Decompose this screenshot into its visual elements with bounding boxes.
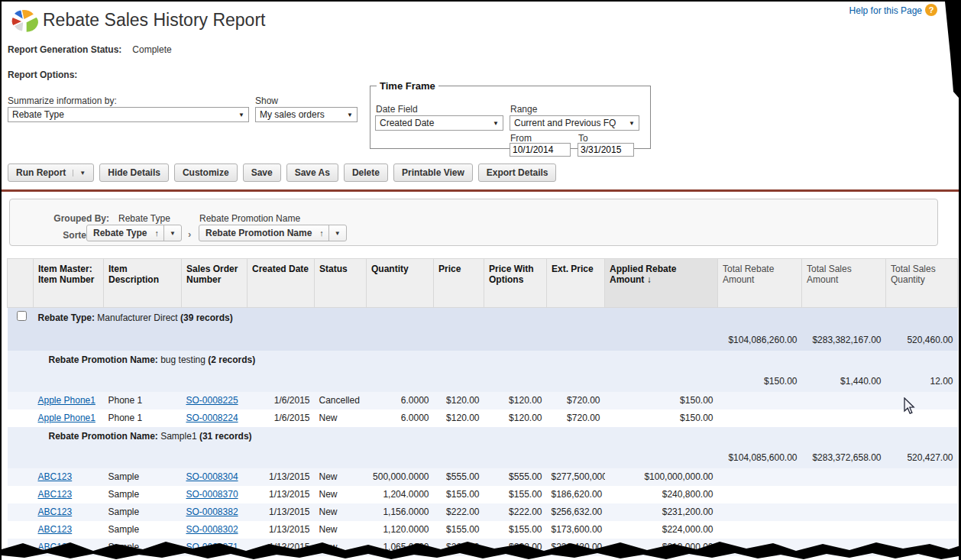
printable-view-button[interactable]: Printable View [393, 163, 473, 182]
cell-total_sales [802, 486, 886, 503]
cell-rebate: $231,200.00 [605, 503, 718, 521]
item-master-link[interactable]: ABC123 [38, 507, 73, 517]
range-label: Range [510, 104, 537, 115]
cell-total_rebate [718, 392, 802, 409]
cell-total_qty: 520,427.00 [886, 445, 958, 468]
cell-pwo: $120.00 [484, 392, 547, 409]
delete-button[interactable]: Delete [344, 163, 388, 182]
sort-button-rebate-promotion-name[interactable]: Rebate Promotion Name ↑ ▼ [199, 225, 347, 241]
date-field-select[interactable]: Created Date▼ [375, 115, 503, 131]
group-record-count: (31 records) [199, 431, 252, 442]
sales-order-link[interactable]: SO-0008304 [186, 471, 238, 482]
sales-order-link[interactable]: SO-0008382 [186, 507, 238, 517]
cell-item: Apple Phone1 [34, 409, 104, 427]
sales-order-link[interactable]: SO-0008302 [186, 524, 238, 535]
group-label: Rebate Type: [38, 312, 95, 323]
summarize-select[interactable]: Rebate Type▼ [8, 107, 249, 122]
sales-order-link[interactable]: SO-0008225 [186, 395, 238, 406]
cell-total_qty [886, 409, 958, 427]
item-master-link[interactable]: ABC123 [38, 471, 73, 482]
button-label: Hide Details [108, 167, 160, 178]
cell-total_sales: $283,372,658.00 [802, 445, 886, 468]
report-pie-icon [9, 8, 40, 38]
button-label: Delete [352, 167, 380, 178]
button-label: Export Details [487, 167, 548, 178]
cell-date: 1/13/2015 [248, 521, 315, 539]
run-report-button[interactable]: Run Report▼ [8, 163, 94, 182]
cell-pwo: $555.00 [484, 468, 547, 486]
sort-button-label: Rebate Promotion Name [199, 228, 318, 238]
cell-date: 1/13/2015 [248, 503, 315, 521]
help-icon[interactable]: ? [925, 4, 937, 16]
column-header-total-rebate-amount[interactable]: Total Rebate Amount [718, 259, 802, 308]
chevron-down-icon: ▼ [347, 112, 353, 118]
range-select[interactable]: Current and Previous FQ▼ [510, 115, 639, 131]
cell-so: SO-0008370 [182, 486, 248, 503]
chevron-down-icon[interactable]: ▼ [163, 225, 181, 241]
item-master-link[interactable]: ABC123 [38, 489, 73, 500]
sort-button-rebate-type[interactable]: Rebate Type ↑ ▼ [86, 225, 182, 241]
item-master-link[interactable]: Apple Phone1 [38, 413, 95, 423]
group-value: Manufacturer Direct [95, 312, 180, 323]
from-date-input[interactable] [510, 143, 571, 157]
chevron-down-icon[interactable]: ▼ [73, 170, 86, 176]
table-row: ABC123SampleSO-00083021/13/2015New1,120.… [8, 521, 958, 539]
show-select[interactable]: My sales orders▼ [255, 107, 358, 122]
cell-qty: 1,120.0000 [367, 521, 434, 539]
column-header-created-date[interactable]: Created Date [248, 259, 315, 308]
cell-status: Cancelled [315, 392, 367, 409]
cell-rebate: $240,800.00 [605, 486, 718, 503]
item-master-link[interactable]: Apple Phone1 [38, 395, 95, 406]
cell-item: ABC123 [34, 468, 104, 486]
cell-total_sales [802, 503, 886, 521]
group-checkbox[interactable] [17, 311, 27, 321]
column-header-price[interactable]: Price [434, 259, 484, 308]
cell-date: 1/13/2015 [248, 486, 315, 503]
group-row-rebate-promotion-name: Rebate Promotion Name: Sample1 (31 recor… [8, 427, 958, 445]
column-header-item-master-item-number[interactable]: Item Master: Item Number [34, 259, 104, 308]
customize-button[interactable]: Customize [174, 163, 238, 182]
cell-date: 1/6/2015 [248, 409, 315, 427]
cell-cb [8, 392, 34, 409]
chevron-down-icon[interactable]: ▼ [328, 225, 346, 241]
button-label: Save As [295, 167, 330, 178]
cell-total_rebate [718, 486, 802, 503]
hide-details-button[interactable]: Hide Details [99, 163, 169, 182]
cell-pwo: $155.00 [484, 486, 547, 503]
save-as-button[interactable]: Save As [286, 163, 338, 182]
column-header-applied-rebate-amount[interactable]: Applied Rebate Amount ↓ [605, 259, 718, 308]
cell-total_sales: $1,440.00 [802, 369, 886, 392]
column-header-sales-order-number[interactable]: Sales Order Number [182, 259, 248, 308]
sort-desc-icon: ↓ [644, 274, 651, 285]
column-header-status[interactable]: Status [315, 259, 367, 308]
column-header-total-sales-quantity[interactable]: Total Sales Quantity [886, 259, 958, 308]
summarize-label: Summarize information by: [8, 95, 117, 106]
help-link[interactable]: Help for this Page [849, 5, 922, 16]
export-details-button[interactable]: Export Details [478, 163, 557, 182]
column-header-quantity[interactable]: Quantity [367, 259, 434, 308]
status-value: Complete [132, 44, 171, 55]
report-table-container: Item Master: Item NumberItem Description… [7, 258, 957, 556]
column-header-ext-price[interactable]: Ext. Price [547, 259, 605, 308]
group-totals-row: $150.00$1,440.0012.00 [8, 369, 958, 392]
column-header-item-description[interactable]: Item Description [104, 259, 182, 308]
column-header-price-with-options[interactable]: Price With Options [484, 259, 547, 308]
group-value: Sample1 [158, 431, 199, 442]
sort-asc-icon: ↑ [154, 228, 159, 238]
save-button[interactable]: Save [243, 163, 281, 182]
chevron-down-icon: ▼ [238, 112, 244, 118]
to-date-input[interactable] [578, 143, 634, 157]
sales-order-link[interactable]: SO-0008370 [186, 489, 238, 500]
sales-order-link[interactable]: SO-0008224 [186, 413, 238, 423]
cell-total_sales [802, 468, 886, 486]
item-master-link[interactable]: ABC123 [38, 524, 73, 535]
cell-desc: Sample [104, 503, 182, 521]
group-header-cell: Rebate Type: Manufacturer Direct (39 rec… [34, 308, 958, 329]
column-header-total-sales-amount[interactable]: Total Sales Amount [802, 259, 886, 308]
cell-cb [8, 503, 34, 521]
table-row: ABC123SampleSO-00083821/13/2015New1,156.… [8, 503, 958, 521]
grouped-by-label: Grouped By: [10, 213, 109, 224]
cell-ext: $256,632.00 [547, 503, 605, 521]
cell-pwo: $120.00 [484, 409, 547, 427]
group-record-count: (39 records) [180, 312, 233, 323]
